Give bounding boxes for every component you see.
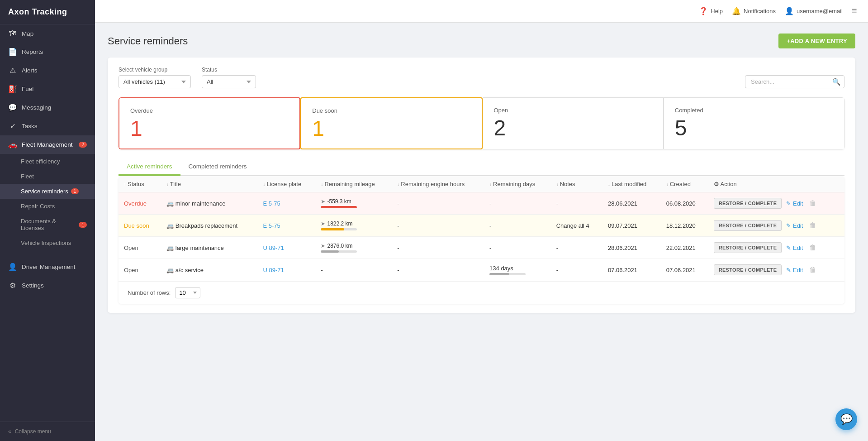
stat-due-soon-value: 1 bbox=[312, 118, 470, 139]
license-plate-link-0[interactable]: E 5-75 bbox=[263, 200, 280, 207]
tabs: Active reminders Completed reminders bbox=[119, 158, 844, 176]
sidebar-item-repair-costs[interactable]: Repair Costs bbox=[0, 199, 95, 214]
restore-complete-button-1[interactable]: RESTORE / COMPLETE bbox=[714, 220, 782, 231]
col-remaining-days[interactable]: ↓Remaining days bbox=[484, 176, 551, 192]
table-row: Open🚐large maintenanceU 89-71➤2876.0 km-… bbox=[119, 237, 844, 259]
col-created[interactable]: ↓Created bbox=[661, 176, 708, 192]
cell-title-2: 🚐large maintenance bbox=[161, 237, 258, 259]
sidebar-item-settings[interactable]: ⚙ Settings bbox=[0, 276, 95, 295]
cell-days-2: - bbox=[484, 237, 551, 259]
content-area: Service reminders +ADD A NEW ENTRY Selec… bbox=[95, 23, 868, 441]
chat-bubble[interactable]: 💬 bbox=[835, 408, 857, 430]
tab-completed-reminders[interactable]: Completed reminders bbox=[180, 158, 255, 176]
fuel-icon: ⛽ bbox=[8, 85, 17, 93]
documents-licenses-badge: 1 bbox=[79, 222, 87, 228]
table-footer: Number of rows: 10 25 50 100 bbox=[119, 281, 844, 304]
restore-complete-button-0[interactable]: RESTORE / COMPLETE bbox=[714, 198, 782, 209]
sidebar-item-alerts-label: Alerts bbox=[22, 67, 38, 74]
cell-engine-hours-2: - bbox=[392, 237, 484, 259]
license-plate-link-1[interactable]: E 5-75 bbox=[263, 222, 280, 229]
sidebar-item-vehicle-inspections[interactable]: Vehicle Inspections bbox=[0, 235, 95, 250]
edit-button-2[interactable]: ✎ Edit bbox=[783, 242, 806, 254]
search-input[interactable] bbox=[745, 75, 844, 88]
sidebar-item-fuel[interactable]: ⛽ Fuel bbox=[0, 80, 95, 98]
license-plate-link-2[interactable]: U 89-71 bbox=[263, 244, 284, 251]
delete-button-1[interactable]: 🗑 bbox=[807, 219, 818, 232]
tasks-icon: ✓ bbox=[8, 122, 17, 130]
vehicle-group-select[interactable]: All vehicles (11) Group A Group B bbox=[119, 75, 191, 88]
sidebar: Axon Tracking 🗺 Map 📄 Reports ⚠ Alerts ⛽… bbox=[0, 0, 95, 441]
sidebar-item-fleet-management[interactable]: 🚗 Fleet Management 2 bbox=[0, 135, 95, 154]
license-plate-link-3[interactable]: U 89-71 bbox=[263, 267, 284, 273]
sidebar-item-documents-licenses[interactable]: Documents & Licenses 1 bbox=[0, 214, 95, 235]
settings-icon[interactable]: ⚙ bbox=[714, 181, 719, 187]
vehicle-group-label: Select vehicle group bbox=[119, 67, 191, 73]
notifications-button[interactable]: 🔔 Notifications bbox=[732, 7, 776, 15]
restore-complete-button-2[interactable]: RESTORE / COMPLETE bbox=[714, 242, 782, 253]
col-remaining-engine-hours[interactable]: ↓Remaining engine hours bbox=[392, 176, 484, 192]
cell-status-3: Open bbox=[119, 259, 161, 281]
cell-created-1: 18.12.2020 bbox=[661, 215, 708, 237]
cell-days-1: - bbox=[484, 215, 551, 237]
fleet-management-icon: 🚗 bbox=[8, 140, 17, 149]
map-icon: 🗺 bbox=[8, 29, 17, 38]
status-select[interactable]: All Overdue Due soon Open Completed bbox=[202, 75, 256, 88]
help-button[interactable]: ❓ Help bbox=[699, 7, 723, 15]
edit-button-3[interactable]: ✎ Edit bbox=[783, 264, 806, 276]
tab-active-reminders[interactable]: Active reminders bbox=[119, 158, 180, 176]
notifications-label: Notifications bbox=[744, 8, 776, 14]
search-button[interactable]: 🔍 bbox=[832, 78, 841, 86]
sidebar-item-service-reminders[interactable]: Service reminders 1 bbox=[0, 184, 95, 199]
cell-mileage-2: ➤2876.0 km bbox=[315, 237, 392, 259]
user-menu[interactable]: 👤 username@email bbox=[785, 7, 843, 15]
sidebar-item-settings-label: Settings bbox=[22, 282, 44, 289]
sidebar-item-driver-management[interactable]: 👤 Driver Management bbox=[0, 258, 95, 276]
sidebar-item-reports[interactable]: 📄 Reports bbox=[0, 43, 95, 61]
sidebar-item-alerts[interactable]: ⚠ Alerts bbox=[0, 61, 95, 80]
fleet-management-badge: 2 bbox=[79, 142, 87, 148]
stat-overdue-label: Overdue bbox=[130, 107, 289, 114]
delete-button-3[interactable]: 🗑 bbox=[807, 264, 818, 276]
edit-button-0[interactable]: ✎ Edit bbox=[783, 198, 806, 209]
sidebar-item-fuel-label: Fuel bbox=[22, 86, 33, 92]
delete-button-0[interactable]: 🗑 bbox=[807, 197, 818, 210]
delete-button-2[interactable]: 🗑 bbox=[807, 241, 818, 254]
stat-completed: Completed 5 bbox=[664, 97, 844, 149]
sidebar-item-fleet-efficiency[interactable]: Fleet efficiency bbox=[0, 154, 95, 169]
edit-button-1[interactable]: ✎ Edit bbox=[783, 220, 806, 231]
filter-row: Select vehicle group All vehicles (11) G… bbox=[119, 67, 844, 88]
chat-icon: 💬 bbox=[840, 413, 853, 425]
status-filter: Status All Overdue Due soon Open Complet… bbox=[202, 67, 256, 88]
cell-license-plate-2: U 89-71 bbox=[258, 237, 316, 259]
cell-engine-hours-0: - bbox=[392, 192, 484, 215]
cell-mileage-3: - bbox=[315, 259, 392, 281]
col-remaining-mileage[interactable]: ↓Remaining mileage bbox=[315, 176, 392, 192]
vehicle-group-filter: Select vehicle group All vehicles (11) G… bbox=[119, 67, 191, 88]
stats-row: Overdue 1 Due soon 1 Open 2 Completed 5 bbox=[119, 97, 844, 149]
settings-nav-icon: ⚙ bbox=[8, 281, 17, 290]
sidebar-item-fleet[interactable]: Fleet bbox=[0, 169, 95, 184]
cell-engine-hours-1: - bbox=[392, 215, 484, 237]
collapse-menu-button[interactable]: « Collapse menu bbox=[0, 422, 95, 441]
sidebar-item-map[interactable]: 🗺 Map bbox=[0, 24, 95, 43]
col-status[interactable]: ↑Status bbox=[119, 176, 161, 192]
col-notes[interactable]: ↓Notes bbox=[551, 176, 602, 192]
page-header: Service reminders +ADD A NEW ENTRY bbox=[108, 34, 855, 48]
help-label: Help bbox=[711, 8, 723, 14]
rows-per-page-select[interactable]: 10 25 50 100 bbox=[175, 287, 200, 298]
cell-notes-2: - bbox=[551, 237, 602, 259]
sidebar-item-messaging[interactable]: 💬 Messaging bbox=[0, 98, 95, 117]
sidebar-item-fleet-management-label: Fleet Management bbox=[22, 141, 73, 148]
sidebar-item-vehicle-inspections-label: Vehicle Inspections bbox=[21, 240, 71, 246]
col-last-modified[interactable]: ↓Last modified bbox=[602, 176, 661, 192]
hamburger-menu[interactable]: ☰ bbox=[852, 8, 857, 14]
cell-created-3: 07.06.2021 bbox=[661, 259, 708, 281]
col-title[interactable]: ↓Title bbox=[161, 176, 258, 192]
service-reminders-badge: 1 bbox=[71, 188, 79, 194]
add-new-entry-button[interactable]: +ADD A NEW ENTRY bbox=[778, 34, 855, 48]
col-license-plate[interactable]: ↓License plate bbox=[258, 176, 316, 192]
reminders-table-card: ↑Status ↓Title ↓License plate ↓Remaining… bbox=[119, 176, 844, 304]
sidebar-item-tasks[interactable]: ✓ Tasks bbox=[0, 117, 95, 135]
sidebar-item-service-reminders-label: Service reminders bbox=[21, 188, 68, 195]
restore-complete-button-3[interactable]: RESTORE / COMPLETE bbox=[714, 264, 782, 275]
